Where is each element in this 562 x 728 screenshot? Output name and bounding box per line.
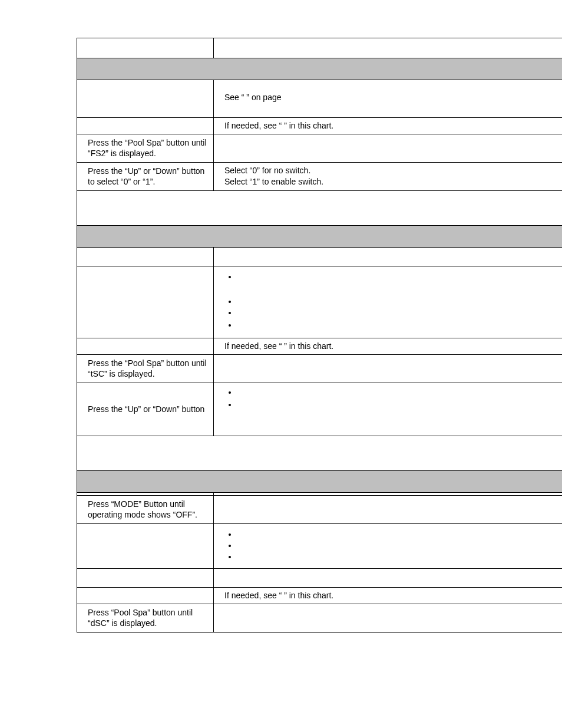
bullet-item [237, 399, 560, 431]
cell-left: Press “Pool Spa” button until “dSC” is d… [77, 604, 214, 632]
cell-left [77, 569, 214, 587]
bullet-spacer [237, 540, 560, 548]
cell-full [77, 436, 562, 470]
cell-right [214, 524, 562, 568]
row-blank-17 [77, 568, 562, 587]
cell-left [77, 524, 214, 568]
cell-left: Press the “Up” or “Down” button to selec… [77, 163, 214, 190]
if-needed-text: If needed, see “ ” in this chart. [224, 341, 333, 351]
row-dsc-step: Press “Pool Spa” button until “dSC” is d… [77, 604, 562, 632]
row-section-band-1 [77, 58, 562, 80]
section-band [77, 471, 562, 492]
step-up-down-press: Press the “Up” or “Down” button [88, 404, 204, 414]
row-after-band-2 [77, 247, 562, 266]
cell-left: Press “MODE” Button until operating mode… [77, 496, 214, 523]
spacer [88, 41, 209, 54]
spacer [88, 229, 560, 242]
cell-right: If needed, see “ ” in this chart. [214, 588, 562, 604]
step-dsc-press: Press “Pool Spa” button until “dSC” is d… [88, 608, 193, 628]
cell-left [77, 266, 214, 338]
section-band [77, 58, 562, 80]
if-needed-text: If needed, see “ ” in this chart. [224, 591, 333, 600]
cell-right: See “ ” on page [214, 80, 562, 117]
bullet-item [237, 319, 560, 332]
bullet-list [224, 387, 560, 431]
row-after-band-3 [77, 492, 562, 495]
row-if-needed-3: If needed, see “ ” in this chart. [77, 587, 562, 604]
bullet-list [224, 271, 560, 332]
row-tsc-step2: Press the “Up” or “Down” button [77, 383, 562, 436]
bullet-spacer [237, 271, 560, 295]
step-tsc-press: Press the “Pool Spa” button until “tSC” … [88, 358, 207, 378]
cell-right [214, 134, 562, 162]
section-band [77, 226, 562, 247]
cell-right [214, 604, 562, 632]
cell-left [77, 493, 214, 495]
cell-left [77, 588, 214, 604]
select-1-text: Select “1” to enable switch. [224, 177, 323, 186]
see-text: See “ ” on page [224, 93, 282, 102]
bullet-item [237, 296, 560, 307]
bullet-item [237, 307, 560, 319]
if-needed-text: If needed, see “ ” in this chart. [224, 121, 333, 130]
bullet-item [237, 540, 560, 551]
cell-left [77, 38, 214, 58]
select-0-text: Select “0” for no switch. [224, 166, 310, 175]
spacer [224, 84, 560, 92]
bullet-item [237, 271, 560, 296]
row-see-on-page: See “ ” on page [77, 80, 562, 117]
step-fs2-press: Press the “Pool Spa” button until “FS2” … [88, 138, 207, 158]
row-header-blank [77, 38, 562, 58]
bullet-list [224, 529, 560, 562]
cell-left: Press the “Up” or “Down” button [77, 383, 214, 436]
cell-right [214, 266, 562, 338]
spacer [88, 251, 209, 262]
row-blank-12 [77, 436, 562, 470]
main-table: See “ ” on page If needed, see “ [77, 38, 562, 633]
bullet-item [237, 529, 560, 540]
row-if-needed-1: If needed, see “ ” in this chart. [77, 117, 562, 134]
bullet-spacer [237, 551, 560, 554]
cell-right: If needed, see “ ” in this chart. [214, 338, 562, 354]
row-mode-off: Press “MODE” Button until operating mode… [77, 495, 562, 523]
row-fs2-step2: Press the “Up” or “Down” button to selec… [77, 162, 562, 190]
cell-left [77, 80, 214, 117]
cell-left: Press the “Pool Spa” button until “FS2” … [77, 134, 214, 162]
cell-full [77, 191, 562, 225]
cell-left [77, 118, 214, 134]
spacer [224, 103, 560, 113]
cell-right [214, 38, 562, 58]
bullet-spacer [237, 296, 560, 305]
row-blank-after-fs2 [77, 190, 562, 225]
spacer [88, 475, 560, 487]
spacer [88, 83, 209, 109]
row-section-band-3 [77, 470, 562, 492]
cell-right [214, 383, 562, 436]
cell-right [214, 355, 562, 383]
cell-right: If needed, see “ ” in this chart. [214, 118, 562, 134]
step-mode-off: Press “MODE” Button until operating mode… [88, 499, 197, 519]
cell-right [214, 569, 562, 587]
row-tsc-step1: Press the “Pool Spa” button until “tSC” … [77, 354, 562, 383]
row-four-bullets [77, 266, 562, 338]
step-up-down-select: Press the “Up” or “Down” button to selec… [88, 166, 204, 186]
cell-right [214, 248, 562, 266]
page-container: See “ ” on page If needed, see “ [0, 0, 562, 728]
bullet-item [237, 551, 560, 562]
bullet-spacer [237, 399, 560, 430]
cell-right [214, 493, 562, 495]
spacer [88, 195, 560, 220]
cell-left [77, 248, 214, 266]
spacer [88, 440, 560, 466]
cell-left [77, 338, 214, 354]
cell-left: Press the “Pool Spa” button until “tSC” … [77, 355, 214, 383]
bullet-item [237, 387, 560, 399]
row-if-needed-2: If needed, see “ ” in this chart. [77, 338, 562, 354]
cell-right: Select “0” for no switch. Select “1” to … [214, 163, 562, 190]
cell-right [214, 496, 562, 523]
spacer [88, 572, 209, 584]
row-section-band-2 [77, 225, 562, 247]
bullet-spacer [237, 529, 560, 537]
spacer [88, 62, 560, 75]
row-three-bullets [77, 523, 562, 568]
